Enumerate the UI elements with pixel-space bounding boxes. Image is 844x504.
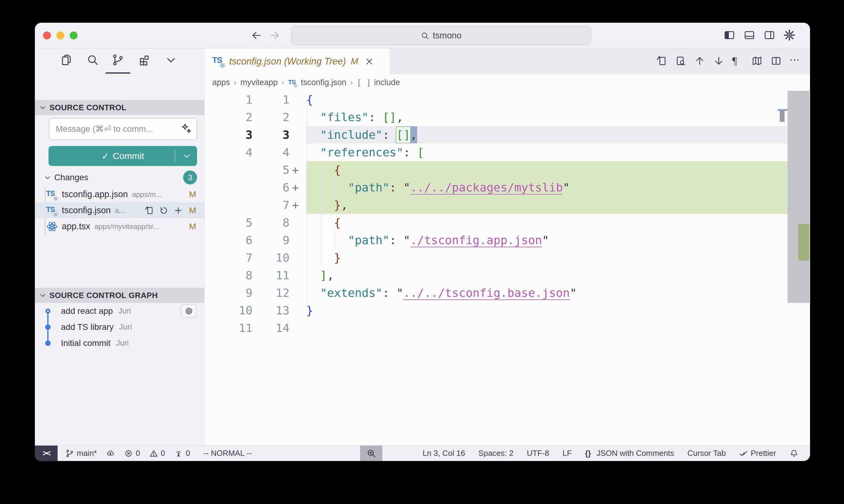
app-window: tsmono SOURCE CONTROL ✓ Commit: [35, 23, 810, 461]
split-editor-icon[interactable]: [770, 55, 782, 67]
map-icon[interactable]: [751, 55, 763, 67]
settings-gear-icon[interactable]: [783, 29, 795, 41]
open-file-icon[interactable]: [144, 206, 154, 215]
errors-count[interactable]: 0: [124, 449, 140, 458]
explorer-icon[interactable]: [60, 53, 73, 67]
formatter[interactable]: Prettier: [739, 449, 776, 458]
code-editor[interactable]: 11{22 "files": [],33 "include": [],44 "r…: [205, 91, 810, 445]
breadcrumb-separator: ›: [234, 78, 237, 87]
commit-dot-icon: [45, 340, 51, 346]
close-window-button[interactable]: [43, 32, 51, 39]
cursor-tab[interactable]: Cursor Tab: [688, 449, 726, 458]
search-icon[interactable]: [86, 53, 100, 67]
stage-changes-icon[interactable]: [173, 206, 183, 215]
commit-row[interactable]: add react appJuri: [35, 303, 205, 319]
more-actions-icon[interactable]: ⋯: [789, 55, 801, 67]
file-name: tsconfig.app.json: [62, 189, 128, 199]
modified-badge: M: [351, 56, 358, 66]
commit-author: Juri: [119, 322, 132, 332]
commit-message-input[interactable]: [49, 118, 197, 140]
encoding[interactable]: UTF-8: [527, 449, 549, 458]
active-view-underline: [105, 72, 131, 74]
changes-count-badge: 3: [183, 170, 197, 184]
source-control-section-header[interactable]: SOURCE CONTROL: [35, 100, 205, 115]
forward-button[interactable]: [269, 30, 280, 41]
language-mode-label: JSON with Comments: [597, 449, 674, 458]
source-control-graph-section-header[interactable]: SOURCE CONTROL GRAPH: [35, 288, 205, 303]
indentation[interactable]: Spaces: 2: [478, 449, 514, 458]
file-name: tsconfig.json: [62, 205, 111, 215]
code-line: 1013}: [205, 302, 810, 319]
language-mode[interactable]: {}JSON with Comments: [585, 449, 674, 458]
breadcrumb: apps›myviteapp›TStsconfig.json›[ ]includ…: [205, 74, 810, 91]
old-line-number: 3: [205, 128, 253, 141]
commit-button[interactable]: ✓ Commit: [49, 146, 197, 166]
new-line-number: 3: [253, 128, 290, 141]
render-whitespace-icon[interactable]: ¶: [732, 55, 744, 67]
new-line-number: 12: [253, 286, 290, 300]
toggle-secondary-sidebar-icon[interactable]: [763, 29, 775, 41]
generate-commit-message-sparkle-icon[interactable]: [181, 123, 192, 134]
ts-file-icon: TS: [46, 204, 58, 217]
array-symbol-icon: [ ]: [357, 78, 371, 87]
minimize-window-button[interactable]: [56, 32, 64, 39]
toggle-primary-sidebar-icon[interactable]: [723, 29, 736, 41]
chevron-down-icon: [44, 173, 52, 182]
source-control-graph-label: SOURCE CONTROL GRAPH: [49, 291, 158, 300]
cursor-position[interactable]: Ln 3, Col 16: [423, 449, 465, 458]
commit-dropdown-chevron-icon[interactable]: [182, 151, 192, 161]
ports-count[interactable]: 0: [174, 449, 190, 458]
modified-badge: M: [189, 190, 196, 199]
old-line-number: 1: [205, 93, 253, 106]
modified-badge: M: [189, 222, 196, 231]
warnings-count[interactable]: 0: [149, 449, 165, 458]
previous-change-icon[interactable]: [694, 55, 705, 67]
extensions-icon[interactable]: [138, 53, 151, 67]
zoom-window-button[interactable]: [70, 32, 77, 39]
publish-icon[interactable]: [106, 449, 115, 458]
modified-badge: M: [189, 206, 196, 215]
breadcrumb-item-tsconfig.json[interactable]: TStsconfig.json: [288, 78, 346, 87]
notifications-bell[interactable]: [789, 449, 798, 458]
discard-changes-icon[interactable]: [159, 206, 169, 215]
tab-tsconfig-working-tree[interactable]: TS tsconfig.json (Working Tree) M: [205, 49, 390, 74]
eol[interactable]: LF: [562, 449, 571, 458]
errors-count-label: 0: [136, 449, 140, 458]
breadcrumb-item-apps[interactable]: apps: [212, 78, 230, 87]
commit-row[interactable]: Initial commitJuri: [35, 335, 205, 351]
code-line: 44 "references": [: [205, 144, 810, 161]
tab-label: tsconfig.json (Working Tree): [229, 56, 346, 67]
activity-bar: [35, 49, 204, 97]
commit-row[interactable]: add TS libraryJuri: [35, 319, 205, 335]
source-control-icon[interactable]: [111, 53, 125, 67]
changes-section-header[interactable]: Changes 3: [35, 169, 205, 185]
git-branch-status[interactable]: main*: [65, 449, 97, 458]
open-file-icon[interactable]: [656, 55, 667, 67]
file-path: apps/m...: [132, 190, 162, 199]
vertical-scrollbar[interactable]: [788, 91, 809, 303]
breadcrumb-item-myviteapp[interactable]: myviteapp: [240, 78, 278, 87]
breadcrumb-item-include[interactable]: [ ]include: [357, 78, 400, 87]
commit-dot-icon: [46, 309, 50, 313]
back-button[interactable]: [251, 30, 262, 41]
file-row-app.tsx[interactable]: app.tsxapps/myviteapp/sr...M: [35, 218, 205, 234]
zoom-level-indicator[interactable]: [360, 446, 382, 461]
remote-indicator[interactable]: ><: [35, 446, 57, 461]
new-line-number: 4: [253, 146, 290, 159]
file-row-tsconfig.app.json[interactable]: TStsconfig.app.jsonapps/m...M: [35, 186, 205, 202]
more-views-chevron-icon[interactable]: [164, 53, 178, 67]
formatter-label: Prettier: [751, 449, 776, 458]
search-value: tsmono: [433, 31, 461, 41]
next-change-icon[interactable]: [713, 55, 725, 67]
inline-view-icon[interactable]: [675, 55, 686, 67]
status-bar: >< main*000-- NORMAL -- Ln 3, Col 16Spac…: [35, 445, 810, 461]
toggle-panel-icon[interactable]: [743, 29, 756, 41]
close-tab-icon[interactable]: [364, 57, 374, 66]
command-center-search[interactable]: tsmono: [291, 26, 591, 45]
goto-commit-target-button[interactable]: [181, 304, 197, 318]
warnings-count-label: 0: [161, 449, 165, 458]
file-row-tsconfig.json[interactable]: TStsconfig.jsona...M: [35, 202, 205, 218]
breadcrumb-separator: ›: [282, 78, 284, 87]
double-check-icon: [739, 449, 748, 458]
vim-mode[interactable]: -- NORMAL --: [203, 449, 252, 458]
